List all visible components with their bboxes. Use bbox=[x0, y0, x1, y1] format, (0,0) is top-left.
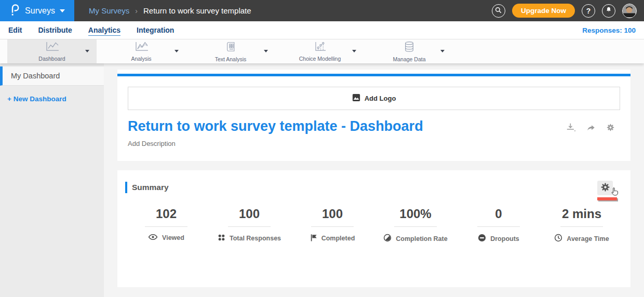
summary-settings-annotation bbox=[597, 181, 617, 200]
minus-circle-icon bbox=[478, 234, 486, 244]
toolbar-analysis[interactable]: Analysis bbox=[97, 39, 186, 63]
breadcrumb: My Surveys › Return to work survey templ… bbox=[89, 6, 251, 15]
avatar[interactable] bbox=[622, 4, 637, 18]
dashboard-actions bbox=[566, 118, 615, 134]
stat-value: 100 bbox=[208, 207, 291, 221]
dashboard-main: Add Logo Return to work survey template … bbox=[104, 63, 644, 297]
analytics-toolbar: Dashboard Analysis Text Analysis bbox=[0, 39, 644, 63]
line-chart-icon bbox=[134, 41, 149, 54]
stat-label: Completion Rate bbox=[396, 235, 447, 242]
stat-viewed: 102 Viewed bbox=[125, 207, 208, 244]
tab-edit[interactable]: Edit bbox=[8, 26, 22, 34]
summary-title: Summary bbox=[132, 183, 169, 192]
stat-completion-rate: 100% Completion Rate bbox=[374, 207, 457, 244]
stat-value: 102 bbox=[125, 207, 208, 221]
stat-dropouts: 0 Dropouts bbox=[457, 207, 540, 244]
stat-average-time: 2 mins Average Time bbox=[540, 207, 623, 244]
clock-icon bbox=[554, 234, 562, 244]
tab-integration[interactable]: Integration bbox=[137, 26, 174, 34]
divider bbox=[394, 226, 437, 227]
line-chart-icon bbox=[45, 41, 60, 54]
question-mark-icon: ? bbox=[586, 7, 591, 15]
product-name: Surveys bbox=[25, 6, 55, 16]
stat-label: Total Responses bbox=[230, 235, 281, 242]
new-dashboard-button[interactable]: + New Dashboard bbox=[0, 86, 104, 103]
breadcrumb-my-surveys[interactable]: My Surveys bbox=[89, 6, 129, 15]
toolbar-choice-modelling[interactable]: Choice Modelling bbox=[275, 39, 365, 63]
flag-icon bbox=[310, 234, 317, 243]
questionpro-logo-icon bbox=[9, 3, 20, 18]
toolbar-item-label: Manage Data bbox=[393, 56, 425, 62]
stat-total-responses: 100 Total Responses bbox=[208, 207, 291, 244]
text-analysis-dropdown-caret-icon[interactable] bbox=[264, 50, 268, 52]
dashboard-title[interactable]: Return to work survey template - Dashboa… bbox=[128, 118, 423, 134]
stat-label: Viewed bbox=[162, 234, 184, 241]
survey-tabs: Edit Distribute Analytics Integration Re… bbox=[0, 21, 644, 39]
add-description-placeholder[interactable]: Add Description bbox=[128, 140, 620, 147]
summary-accent-bar bbox=[125, 182, 127, 193]
scatter-chart-icon bbox=[314, 41, 327, 54]
stat-label: Dropouts bbox=[490, 235, 519, 242]
sidebar-item-my-dashboard[interactable]: My Dashboard bbox=[0, 66, 104, 86]
download-icon[interactable] bbox=[566, 123, 576, 134]
breadcrumb-separator: › bbox=[135, 7, 138, 15]
hand-cursor-icon bbox=[610, 187, 620, 199]
document-grid-icon bbox=[225, 41, 236, 55]
divider bbox=[228, 226, 271, 227]
dashboard-sidebar: My Dashboard + New Dashboard bbox=[0, 63, 104, 297]
share-icon[interactable] bbox=[586, 124, 596, 134]
upgrade-now-button[interactable]: Upgrade Now bbox=[512, 4, 575, 18]
stat-value: 0 bbox=[457, 207, 540, 221]
image-icon bbox=[352, 93, 360, 103]
toolbar-item-label: Choice Modelling bbox=[299, 56, 341, 62]
dots-grid-icon bbox=[218, 234, 225, 243]
help-button[interactable]: ? bbox=[582, 4, 595, 18]
tab-analytics[interactable]: Analytics bbox=[88, 26, 120, 34]
add-logo-button[interactable]: Add Logo bbox=[128, 87, 620, 110]
stat-value: 2 mins bbox=[540, 207, 623, 221]
gear-icon[interactable] bbox=[606, 123, 615, 134]
search-button[interactable] bbox=[492, 4, 505, 18]
bell-icon bbox=[605, 6, 612, 15]
toolbar-item-label: Text Analysis bbox=[215, 56, 247, 62]
toolbar-text-analysis[interactable]: Text Analysis bbox=[186, 39, 275, 63]
manage-data-dropdown-caret-icon[interactable] bbox=[440, 50, 445, 52]
stat-label: Average Time bbox=[567, 235, 609, 242]
stat-value: 100 bbox=[291, 207, 374, 221]
summary-widget: Summary bbox=[117, 170, 630, 287]
dashboard-header-card: Add Logo Return to work survey template … bbox=[117, 70, 630, 161]
eye-icon bbox=[148, 234, 158, 242]
toolbar-item-label: Analysis bbox=[131, 56, 151, 62]
database-icon bbox=[404, 41, 415, 55]
stat-completed: 100 Completed bbox=[291, 207, 374, 244]
gear-icon bbox=[600, 182, 610, 194]
notifications-button[interactable] bbox=[602, 4, 615, 18]
dashboard-accent-bar bbox=[117, 74, 630, 76]
analysis-dropdown-caret-icon[interactable] bbox=[175, 50, 179, 52]
product-switcher[interactable]: Surveys bbox=[0, 0, 74, 21]
responses-count: Responses: 100 bbox=[582, 26, 636, 34]
toolbar-item-label: Dashboard bbox=[38, 56, 65, 62]
add-logo-label: Add Logo bbox=[365, 95, 396, 102]
divider bbox=[560, 226, 603, 227]
choice-modelling-dropdown-caret-icon[interactable] bbox=[352, 50, 356, 52]
breadcrumb-current: Return to work survey template bbox=[143, 6, 251, 15]
search-icon bbox=[494, 6, 502, 16]
divider bbox=[477, 226, 520, 227]
tab-distribute[interactable]: Distribute bbox=[38, 26, 72, 34]
toolbar-dashboard[interactable]: Dashboard bbox=[7, 39, 97, 63]
stat-value: 100% bbox=[374, 207, 457, 221]
dashboard-dropdown-caret-icon[interactable] bbox=[85, 50, 89, 52]
divider bbox=[311, 226, 354, 227]
chevron-down-icon bbox=[60, 9, 65, 12]
summary-stats: 102 Viewed 100 bbox=[125, 207, 623, 244]
top-header: Surveys My Surveys › Return to work surv… bbox=[0, 0, 644, 21]
summary-settings-button[interactable] bbox=[597, 181, 613, 195]
stat-label: Completed bbox=[321, 235, 355, 242]
half-circle-icon bbox=[383, 234, 392, 244]
divider bbox=[145, 226, 187, 227]
header-actions: Upgrade Now ? bbox=[492, 4, 644, 18]
